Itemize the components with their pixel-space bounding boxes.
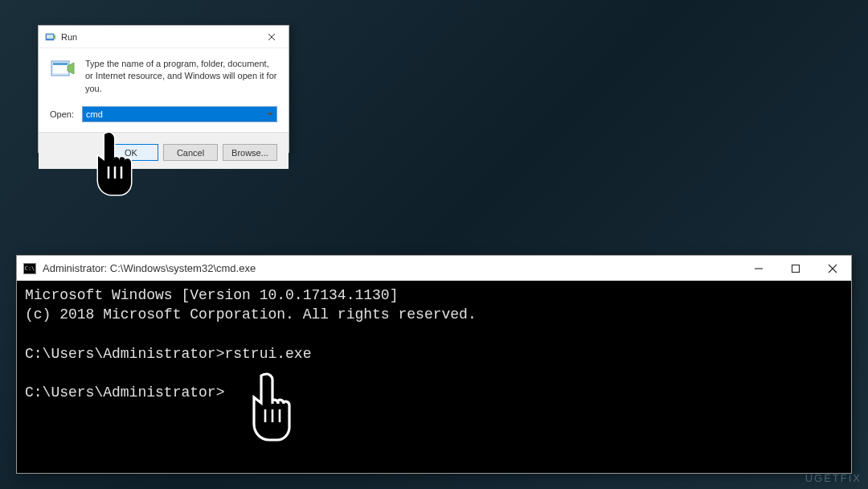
run-button-row: OK Cancel Browse... (39, 132, 289, 169)
maximize-button[interactable] (777, 257, 814, 281)
svg-rect-11 (792, 265, 800, 272)
ok-button[interactable]: OK (104, 144, 158, 161)
minimize-button[interactable] (740, 257, 777, 281)
cmd-window-controls (740, 257, 851, 281)
run-dialog: Run Type the name of a program, folder, … (38, 25, 289, 153)
run-body: Type the name of a program, folder, docu… (39, 48, 289, 122)
run-program-icon (45, 31, 56, 43)
cmd-title: C:\ Administrator: C:\Windows\system32\c… (23, 262, 256, 274)
run-app-icon (50, 58, 76, 82)
open-input[interactable]: cmd (82, 106, 277, 122)
close-button[interactable] (260, 29, 284, 45)
cmd-line: Microsoft Windows [Version 10.0.17134.11… (25, 287, 398, 303)
close-button[interactable] (814, 257, 851, 281)
watermark: UGETFIX (805, 472, 862, 484)
run-description: Type the name of a program, folder, docu… (85, 58, 277, 95)
open-input-value: cmd (86, 109, 103, 119)
run-title-text: Run (61, 32, 77, 42)
cmd-line: C:\Users\Administrator> (25, 384, 224, 401)
cmd-terminal-body[interactable]: Microsoft Windows [Version 10.0.17134.11… (17, 281, 851, 473)
cmd-line: (c) 2018 Microsoft Corporation. All righ… (25, 306, 477, 323)
run-titlebar[interactable]: Run (39, 26, 289, 48)
cmd-icon: C:\ (23, 263, 36, 274)
cancel-button[interactable]: Cancel (163, 144, 218, 161)
browse-button[interactable]: Browse... (223, 144, 277, 161)
cmd-titlebar[interactable]: C:\ Administrator: C:\Windows\system32\c… (17, 256, 851, 281)
cmd-line: C:\Users\Administrator>rstrui.exe (25, 346, 311, 362)
svg-rect-1 (47, 35, 53, 39)
cmd-window: C:\ Administrator: C:\Windows\system32\c… (16, 255, 852, 474)
open-label: Open: (50, 109, 74, 119)
svg-rect-6 (53, 63, 68, 65)
cmd-title-text: Administrator: C:\Windows\system32\cmd.e… (43, 262, 256, 274)
run-title: Run (45, 31, 77, 43)
